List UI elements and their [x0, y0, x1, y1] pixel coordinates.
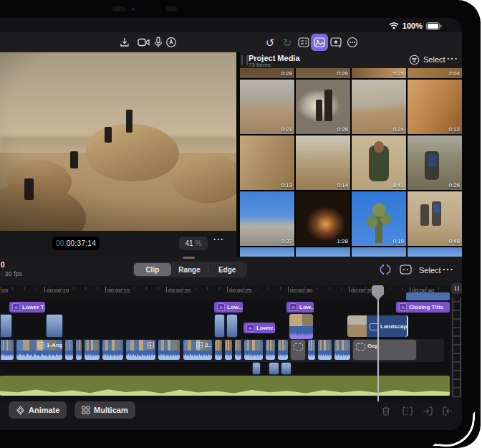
- preview-video[interactable]: [0, 52, 236, 231]
- clip-duration: 1:28: [337, 238, 348, 244]
- clip-waveform: [318, 351, 332, 360]
- audio-track[interactable]: [0, 376, 450, 396]
- connected-clip-below[interactable]: [281, 362, 291, 375]
- connected-clip[interactable]: [46, 314, 63, 338]
- storyline-clip-multicam[interactable]: [125, 339, 156, 361]
- connected-av-clip[interactable]: [289, 314, 313, 339]
- storyline-clip-multicam[interactable]: 2…: [183, 339, 213, 361]
- connected-clip-below[interactable]: [252, 362, 261, 375]
- media-item[interactable]: [296, 247, 350, 257]
- more-button[interactable]: [344, 34, 361, 51]
- storyline-clip[interactable]: [244, 339, 264, 361]
- media-item[interactable]: 0:12: [408, 80, 462, 134]
- media-item[interactable]: 0:26: [296, 80, 350, 134]
- animate-button[interactable]: Animate: [9, 401, 67, 419]
- media-item[interactable]: 0:19: [352, 191, 406, 246]
- media-item[interactable]: 0:28: [240, 68, 294, 78]
- storyline-clip[interactable]: [234, 339, 242, 361]
- connected-clip[interactable]: [226, 314, 238, 338]
- connected-clip-below[interactable]: [269, 362, 279, 375]
- storyline-clip[interactable]: [265, 339, 276, 361]
- storyline-clip[interactable]: [277, 339, 289, 361]
- title-clip[interactable]: ALower T…: [9, 302, 45, 313]
- gap-clip[interactable]: Gap: [352, 339, 417, 361]
- connected-clip[interactable]: [214, 314, 225, 338]
- viewer-controls: 00:00:37:14 41% ···: [0, 231, 236, 257]
- media-item[interactable]: 2:04: [408, 68, 462, 78]
- storyline-clip[interactable]: [75, 339, 82, 361]
- draw-button[interactable]: [163, 34, 180, 51]
- viewer-more-button[interactable]: ···: [213, 234, 224, 244]
- title-clip[interactable]: ALow…: [286, 302, 314, 313]
- timecode-display[interactable]: 00:00:37:14: [52, 237, 100, 250]
- timeline-zoom-slider[interactable]: [452, 297, 461, 397]
- storyline-clip[interactable]: [317, 339, 332, 361]
- media-item[interactable]: 0:48: [408, 191, 462, 246]
- storyline-clip[interactable]: [102, 339, 124, 361]
- media-item[interactable]: 0:26: [408, 135, 462, 190]
- media-item[interactable]: [352, 247, 406, 257]
- title-clip[interactable]: ALower…: [244, 323, 275, 333]
- titles-button[interactable]: [327, 34, 344, 51]
- split-clip-icon[interactable]: [400, 403, 415, 419]
- delete-icon[interactable]: [378, 403, 394, 419]
- media-item-count: 73 Items: [249, 62, 271, 68]
- title-clip[interactable]: AClosing Title: [396, 302, 450, 313]
- storyline-clip[interactable]: [307, 339, 316, 361]
- timeline-drag-handle[interactable]: [183, 257, 195, 259]
- media-item[interactable]: 0:37: [240, 191, 294, 246]
- media-item[interactable]: 8:41: [352, 135, 406, 190]
- storyline-clip-multicam[interactable]: 1-Angl…: [16, 339, 63, 361]
- connected-clip[interactable]: [0, 314, 12, 338]
- undo-button[interactable]: ↺: [261, 34, 279, 51]
- storyline-clip[interactable]: [224, 339, 233, 361]
- clip-waveform: [76, 351, 82, 360]
- storyline-clip[interactable]: [334, 339, 351, 361]
- panel-drag-handle[interactable]: [241, 55, 248, 65]
- clip-thumbnail: [158, 340, 180, 351]
- media-item[interactable]: 5:25: [352, 68, 406, 78]
- title-clip[interactable]: ALow…: [214, 302, 243, 313]
- media-item[interactable]: 0:24: [352, 80, 406, 134]
- media-item[interactable]: 0:21: [240, 80, 294, 134]
- storyline-clip[interactable]: [158, 339, 180, 361]
- gap-clip[interactable]: G…: [290, 339, 306, 361]
- zoom-unit: %: [196, 239, 202, 247]
- edit-tools-icon[interactable]: [378, 263, 392, 279]
- inspector-button[interactable]: [295, 34, 312, 51]
- media-item[interactable]: [408, 247, 462, 257]
- timeline-select-button[interactable]: Select: [419, 266, 441, 275]
- track-height-button[interactable]: [451, 283, 462, 294]
- storyline-clip[interactable]: [64, 339, 74, 361]
- media-item[interactable]: 0:26: [296, 68, 350, 78]
- mode-clip[interactable]: Clip: [134, 263, 171, 276]
- media-item[interactable]: [240, 247, 294, 257]
- mode-edge[interactable]: Edge: [208, 263, 246, 276]
- media-browser-button[interactable]: [311, 34, 328, 51]
- connect-clip-icon[interactable]: [400, 264, 413, 278]
- storyline-clip[interactable]: [0, 339, 14, 361]
- timeline-more-button[interactable]: ···: [443, 264, 454, 275]
- media-panel: Project Media 73 Items Select ··· 0:28 0…: [240, 52, 462, 257]
- media-item[interactable]: 0:13: [240, 135, 294, 190]
- clip-thumbnail: [102, 340, 123, 351]
- import-button[interactable]: [116, 34, 133, 51]
- insert-clip-icon[interactable]: [420, 403, 435, 419]
- media-more-button[interactable]: ···: [447, 53, 458, 64]
- mode-range[interactable]: Range: [171, 263, 208, 276]
- zoom-level[interactable]: 41%: [179, 237, 208, 250]
- media-select-button[interactable]: Select: [423, 55, 445, 64]
- media-item[interactable]: 0:14: [296, 135, 350, 190]
- connected-clip-bar[interactable]: [406, 292, 450, 300]
- gap-label: G…: [305, 343, 306, 349]
- project-fps: · 30 fps: [1, 270, 22, 277]
- clip-duration: 0:26: [337, 126, 348, 133]
- storyline-clip[interactable]: [214, 339, 223, 361]
- playhead-line[interactable]: [377, 285, 379, 401]
- redo-button[interactable]: ↻: [279, 34, 296, 51]
- clip-label: 2…: [205, 342, 213, 348]
- multicam-button[interactable]: Multicam: [74, 401, 135, 419]
- filter-icon[interactable]: [409, 54, 420, 68]
- storyline-clip[interactable]: [84, 339, 100, 361]
- media-item[interactable]: 1:28: [296, 191, 350, 246]
